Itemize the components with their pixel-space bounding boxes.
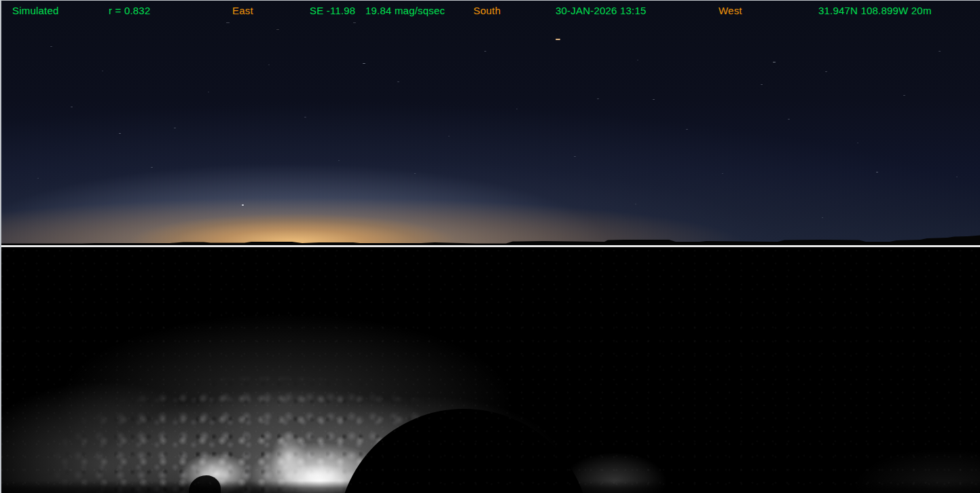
star	[102, 71, 103, 71]
star	[635, 204, 636, 204]
star	[208, 92, 209, 92]
simulated-sky-panel: Simulated r = 0.832 East SE -11.98 19.84…	[0, 0, 980, 245]
star	[226, 22, 230, 23]
sun-elevation-label: SE -11.98	[310, 5, 355, 16]
star	[857, 143, 858, 143]
star	[119, 133, 121, 134]
star	[414, 173, 416, 174]
star	[151, 167, 153, 168]
sensor-noise-overlay	[0, 247, 980, 493]
star	[597, 98, 599, 99]
frame-border-top	[0, 0, 980, 1]
star	[484, 51, 486, 52]
star	[397, 81, 399, 82]
star	[637, 60, 638, 60]
datetime-label: 30-JAN-2026 13:15	[556, 5, 647, 16]
star	[338, 160, 340, 161]
star	[686, 129, 688, 130]
sky-brightness-label: 19.84 mag/sqsec	[365, 5, 445, 16]
coordinates-label: 31.947N 108.899W 20m	[818, 5, 932, 16]
frame-border-left	[0, 0, 1, 493]
star	[363, 63, 365, 64]
compass-south-label: South	[473, 5, 501, 16]
star	[722, 173, 723, 174]
star	[556, 39, 560, 40]
star	[174, 128, 176, 128]
star	[516, 109, 518, 109]
star	[653, 99, 655, 100]
r-value-label: r = 0.832	[109, 5, 150, 16]
star	[242, 204, 244, 206]
star	[50, 46, 52, 47]
star	[939, 51, 941, 52]
star	[788, 119, 790, 120]
star	[71, 107, 73, 107]
star	[876, 172, 878, 172]
star	[353, 22, 356, 23]
star	[825, 71, 827, 72]
compass-east-label: East	[232, 5, 253, 16]
star-layer	[0, 0, 980, 245]
allsky-camera-panel	[0, 247, 980, 493]
panel-divider	[0, 245, 980, 247]
star	[304, 117, 306, 117]
compass-west-label: West	[719, 5, 742, 16]
status-header: Simulated r = 0.832 East SE -11.98 19.84…	[0, 0, 980, 20]
star	[822, 217, 823, 218]
horizon-silhouette	[0, 233, 980, 245]
star	[37, 178, 39, 179]
star	[956, 177, 958, 177]
star	[761, 84, 763, 85]
star	[268, 65, 270, 65]
star	[574, 156, 576, 157]
star	[276, 29, 279, 30]
mode-label: Simulated	[12, 5, 59, 16]
star	[903, 95, 905, 96]
star	[448, 136, 450, 136]
star	[773, 62, 776, 62]
allsky-viewer: Simulated r = 0.832 East SE -11.98 19.84…	[0, 0, 980, 493]
